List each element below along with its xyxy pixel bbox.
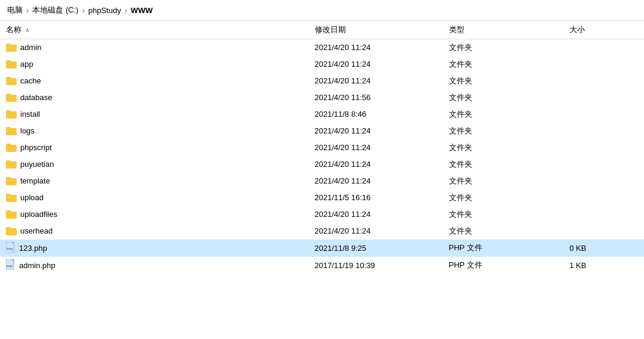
file-size xyxy=(564,123,644,139)
file-date: 2021/4/20 11:56 xyxy=(309,89,443,106)
folder-icon xyxy=(6,210,17,219)
file-type: 文件夹 xyxy=(443,39,564,56)
file-date: 2021/4/20 11:24 xyxy=(309,206,443,223)
file-name: phpscript xyxy=(20,143,52,152)
file-type: 文件夹 xyxy=(443,89,564,106)
col-header-size[interactable]: 大小 xyxy=(564,21,644,39)
folder-icon xyxy=(6,177,17,185)
file-date: 2021/11/8 9:25 xyxy=(309,240,443,257)
file-date: 2021/4/20 11:24 xyxy=(309,56,443,73)
table-row[interactable]: database2021/4/20 11:56文件夹 xyxy=(0,89,644,106)
breadcrumb-item-www: WWW xyxy=(131,6,153,15)
breadcrumb-item-cdrive[interactable]: 本地磁盘 (C:) xyxy=(32,5,78,15)
file-date: 2021/4/20 11:24 xyxy=(309,156,443,173)
file-name: 123.php xyxy=(19,244,47,253)
file-size xyxy=(564,156,644,173)
file-date: 2021/11/5 16:16 xyxy=(309,189,443,206)
file-date: 2021/4/20 11:24 xyxy=(309,123,443,139)
php-file-icon: PHP xyxy=(6,259,16,272)
file-size xyxy=(564,139,644,156)
table-row[interactable]: PHP admin.php2017/11/19 10:39PHP 文件1 KB xyxy=(0,257,644,274)
sort-arrow-icon: ∧ xyxy=(25,27,29,33)
file-size xyxy=(564,56,644,73)
file-date: 2021/11/8 8:46 xyxy=(309,106,443,123)
php-svg-icon: PHP xyxy=(6,259,16,270)
table-row[interactable]: PHP 123.php2021/11/8 9:25PHP 文件0 KB xyxy=(0,240,644,257)
file-type: 文件夹 xyxy=(443,139,564,156)
table-row[interactable]: cache2021/4/20 11:24文件夹 xyxy=(0,73,644,89)
file-name: app xyxy=(20,60,33,69)
file-type: 文件夹 xyxy=(443,106,564,123)
file-name: upload xyxy=(20,193,44,202)
file-size: 1 KB xyxy=(564,257,644,274)
folder-icon xyxy=(6,43,17,52)
folder-icon xyxy=(6,110,17,119)
file-name: uploadfiles xyxy=(20,210,57,219)
table-row[interactable]: uploadfiles2021/4/20 11:24文件夹 xyxy=(0,206,644,223)
breadcrumb-sep-1: › xyxy=(26,6,29,15)
file-type: 文件夹 xyxy=(443,56,564,73)
table-row[interactable]: puyuetian2021/4/20 11:24文件夹 xyxy=(0,156,644,173)
file-name: puyuetian xyxy=(20,160,54,169)
file-size xyxy=(564,189,644,206)
breadcrumb-sep-3: › xyxy=(125,6,127,15)
file-date: 2021/4/20 11:24 xyxy=(309,223,443,240)
folder-icon xyxy=(6,127,17,135)
file-name: template xyxy=(20,176,50,185)
file-type: 文件夹 xyxy=(443,123,564,139)
folder-icon xyxy=(6,144,17,152)
col-header-type[interactable]: 类型 xyxy=(443,21,564,39)
table-row[interactable]: upload2021/11/5 16:16文件夹 xyxy=(0,189,644,206)
svg-text:PHP: PHP xyxy=(7,265,13,268)
breadcrumb-sep-2: › xyxy=(82,6,85,15)
file-name: admin.php xyxy=(19,261,55,270)
table-row[interactable]: install2021/11/8 8:46文件夹 xyxy=(0,106,644,123)
file-list-container: 名称 ∧ 修改日期 类型 大小 admin2021/4/20 11:24文件夹a… xyxy=(0,21,644,337)
table-row[interactable]: template2021/4/20 11:24文件夹 xyxy=(0,173,644,189)
folder-icon xyxy=(6,94,17,102)
file-type: 文件夹 xyxy=(443,189,564,206)
table-row[interactable]: app2021/4/20 11:24文件夹 xyxy=(0,56,644,73)
file-size xyxy=(564,206,644,223)
folder-icon xyxy=(6,77,17,85)
file-name: install xyxy=(20,110,40,119)
php-svg-icon: PHP xyxy=(6,242,16,253)
file-type: 文件夹 xyxy=(443,173,564,189)
file-size xyxy=(564,223,644,240)
file-type: 文件夹 xyxy=(443,156,564,173)
file-type: 文件夹 xyxy=(443,223,564,240)
breadcrumb-item-pc[interactable]: 电脑 xyxy=(7,5,23,15)
file-size xyxy=(564,173,644,189)
file-date: 2021/4/20 11:24 xyxy=(309,139,443,156)
file-table: 名称 ∧ 修改日期 类型 大小 admin2021/4/20 11:24文件夹a… xyxy=(0,21,644,274)
file-name: admin xyxy=(20,43,41,52)
breadcrumb-item-phpstudy[interactable]: phpStudy xyxy=(88,6,121,15)
file-size xyxy=(564,39,644,56)
file-size xyxy=(564,73,644,89)
table-row[interactable]: logs2021/4/20 11:24文件夹 xyxy=(0,123,644,139)
table-header-row: 名称 ∧ 修改日期 类型 大小 xyxy=(0,21,644,39)
file-date: 2017/11/19 10:39 xyxy=(309,257,443,274)
file-type: PHP 文件 xyxy=(443,240,564,257)
col-header-date[interactable]: 修改日期 xyxy=(309,21,443,39)
svg-text:PHP: PHP xyxy=(7,247,13,251)
file-date: 2021/4/20 11:24 xyxy=(309,73,443,89)
file-type: PHP 文件 xyxy=(443,257,564,274)
file-size xyxy=(564,106,644,123)
file-name: database xyxy=(20,93,52,102)
file-name: cache xyxy=(20,76,41,85)
col-header-name[interactable]: 名称 ∧ xyxy=(0,21,309,39)
table-row[interactable]: admin2021/4/20 11:24文件夹 xyxy=(0,39,644,56)
breadcrumb-bar: 电脑 › 本地磁盘 (C:) › phpStudy › WWW xyxy=(0,0,644,21)
file-date: 2021/4/20 11:24 xyxy=(309,173,443,189)
folder-icon xyxy=(6,194,17,202)
php-file-icon: PHP xyxy=(6,242,16,254)
file-size xyxy=(564,89,644,106)
folder-icon xyxy=(6,227,17,235)
table-row[interactable]: phpscript2021/4/20 11:24文件夹 xyxy=(0,139,644,156)
folder-icon xyxy=(6,60,17,69)
table-row[interactable]: userhead2021/4/20 11:24文件夹 xyxy=(0,223,644,240)
file-name: userhead xyxy=(20,226,52,235)
file-type: 文件夹 xyxy=(443,73,564,89)
folder-icon xyxy=(6,160,17,169)
